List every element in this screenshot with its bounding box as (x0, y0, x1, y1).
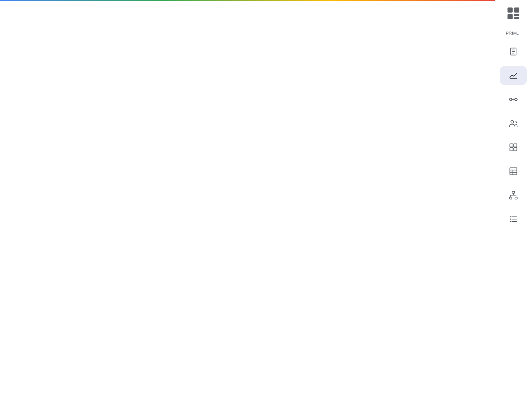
sidebar-item-list[interactable] (495, 208, 532, 230)
hierarchy-icon (509, 191, 518, 200)
svg-rect-1 (514, 7, 519, 12)
analytics-icon (509, 71, 518, 80)
users-icon-container[interactable] (500, 114, 527, 133)
table-icon-container[interactable] (500, 162, 527, 181)
list-icon (509, 214, 518, 224)
svg-rect-16 (510, 148, 513, 151)
routing-icon (509, 95, 518, 104)
sidebar-item-reports[interactable] (495, 41, 532, 62)
svg-rect-24 (515, 197, 517, 199)
sidebar-item-users[interactable] (495, 113, 532, 134)
sidebar: PRIM... (495, 0, 532, 414)
app-logo (504, 4, 523, 23)
list-icon-container[interactable] (500, 210, 527, 228)
sidebar-item-hierarchy[interactable] (495, 185, 532, 206)
table-icon (509, 167, 518, 176)
svg-rect-0 (507, 7, 512, 12)
sidebar-item-routing[interactable] (495, 89, 532, 110)
svg-rect-2 (507, 14, 512, 19)
reports-icon-container[interactable] (500, 42, 527, 61)
svg-point-33 (509, 218, 511, 220)
grid-icon (509, 143, 518, 152)
svg-rect-4 (514, 17, 519, 19)
svg-point-32 (509, 216, 511, 217)
grid-icon-container[interactable] (500, 138, 527, 157)
sidebar-item-grid[interactable] (495, 137, 532, 158)
sidebar-item-table[interactable] (495, 161, 532, 182)
svg-rect-22 (512, 191, 514, 193)
svg-rect-18 (510, 168, 517, 175)
svg-rect-17 (514, 148, 517, 151)
users-icon (509, 119, 518, 128)
top-accent-bar (0, 0, 495, 1)
svg-point-13 (511, 120, 513, 123)
hierarchy-icon-container[interactable] (500, 186, 527, 205)
routing-icon-container[interactable] (500, 90, 527, 109)
analytics-icon-container[interactable] (500, 66, 527, 85)
svg-rect-15 (514, 144, 517, 147)
sidebar-item-analytics[interactable] (495, 65, 532, 86)
reports-icon (509, 47, 518, 56)
svg-rect-3 (514, 14, 519, 16)
primary-label: PRIM... (506, 31, 521, 36)
svg-point-10 (509, 98, 512, 101)
svg-rect-23 (509, 197, 512, 199)
svg-rect-14 (510, 144, 513, 147)
svg-point-34 (509, 221, 511, 222)
logo-icon (506, 6, 521, 21)
